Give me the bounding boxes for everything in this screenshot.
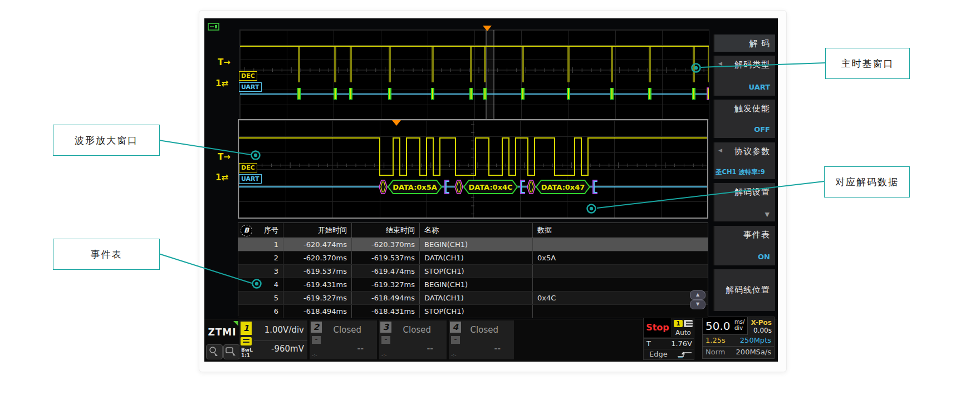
value-placeholder: -- [427,344,433,353]
coupling-placeholder: - [381,336,390,344]
timebase-row2: 1.25s 250Mpts [703,334,774,347]
menu-item-4[interactable]: 解码设置▼ [713,183,775,221]
main-timebase-window[interactable] [239,29,709,120]
touch-icon [207,345,221,358]
table-header: 序号开始时间结束时间名称数据 [238,223,708,238]
table-cell: -618.494ms [352,292,420,304]
menu-item-2[interactable]: 触发使能OFF [713,100,775,138]
channel-status: Closed [471,325,498,335]
table-cell: 0x4C [533,292,708,304]
time-placeholder: -:- [312,353,317,358]
table-cell: -620.474ms [283,238,352,251]
table-cell: -618.431ms [352,305,420,318]
table-cell [533,278,708,291]
bus-table-icon: B [241,225,252,236]
svg-text:DATA:0x5A: DATA:0x5A [393,183,437,191]
channel-number-badge: 4 [450,322,461,333]
channel-status: Closed [334,325,361,335]
trigger-source-badge: 1 [674,320,683,327]
menu-item-value: UART [748,83,770,91]
menu-item-label: 协议参数 [734,146,770,157]
table-cell: BEGIN(CH1) [420,278,533,291]
column-header-2[interactable]: 结束时间 [352,223,420,238]
column-header-1[interactable]: 开始时间 [283,223,352,238]
table-cell: -619.474ms [352,265,420,278]
arrow-right-icon: → [223,57,231,67]
dc-coupling-icon [684,320,693,327]
zoom-trigger-level-marker[interactable]: T→ [218,152,231,162]
timebase-scale-box: 50.0 ms/div [703,317,748,335]
table-row[interactable]: 2-620.370ms-619.537msDATA(CH1)0x5A [238,251,708,265]
table-cell: DATA(CH1) [420,292,533,304]
menu-item-6[interactable]: 解码线位置 [713,269,775,311]
table-cell: -619.537ms [283,265,352,278]
channel-block-2[interactable]: 2Closed----:- [310,320,377,359]
zoom-window[interactable]: DATA:0x5ADATA:0x4CDATA:0x47 [238,119,708,219]
callout-main-timebase: 主时基窗口 [825,48,910,79]
trigger-level-marker[interactable]: T→ [218,57,231,67]
column-header-4[interactable]: 数据 [533,223,708,238]
zoom-channel1-marker[interactable]: 1⇄ [215,172,228,182]
table-cell: 4 [238,278,283,291]
uart-badge: UART [239,82,262,92]
sample-rate: 200MSa/s [736,346,771,358]
callout-zoom-window: 波形放大窗口 [53,125,160,156]
trigger-level-value: 1.76V [671,339,692,349]
table-row[interactable]: 3-619.537ms-619.474msSTOP(CH1) [238,265,708,278]
table-row[interactable]: 4-619.431ms-619.327msBEGIN(CH1) [238,278,708,292]
touch-mode-button[interactable] [206,344,223,359]
menu-item-label: 事件表 [743,230,770,240]
channel-block-4[interactable]: 4Closed----:- [449,320,514,359]
rising-edge-icon [676,350,693,358]
menu-item-3[interactable]: 协议参数圣CH1 波特率:9◀ [713,142,775,179]
menu-item-label: 解码设置 [734,187,770,198]
page: T→ 1⇄ DEC UART DATA:0x5ADATA:0x4CDATA:0x… [0,0,980,395]
trigger-t-label: T [646,339,651,349]
table-cell: BEGIN(CH1) [420,238,533,251]
channel-status: Closed [403,325,431,335]
memory-depth: 250Mpts [740,334,771,346]
main-window-waveform [240,30,709,119]
volts-per-div: 1.00V/div [264,325,304,335]
trigger-panel[interactable]: Stop 1 Auto T 1.76V Edge [643,318,694,360]
table-scroll-up-button[interactable]: ▲ [690,290,705,300]
event-table[interactable]: B 序号开始时间结束时间名称数据1-620.474ms-620.370msBEG… [238,223,708,316]
table-cell: 0x5A [533,251,708,264]
channel-number-badge: 3 [380,322,391,333]
table-row[interactable]: 5-619.327ms-618.494msDATA(CH1)0x4C [238,292,708,305]
zoom-dec-badge: DEC [239,163,257,172]
menu-item-5[interactable]: 事件表ON [713,226,775,265]
scope-logo-icon [207,22,220,33]
table-cell [533,265,708,278]
channel-block-1[interactable]: 1BwL1:11.00V/div-960mV [239,320,307,359]
table-cell [533,305,708,318]
trigger-level-row: T 1.76V [644,338,694,349]
zoom-uart-badge: UART [239,174,262,184]
menu-item-1[interactable]: 解码类型UART◀ [713,56,775,96]
table-cell: -619.327ms [352,278,420,291]
table-cell: -618.494ms [283,305,352,318]
table-cell: -619.537ms [352,251,420,264]
acquire-mode: Norm [705,346,725,358]
channel-block-3[interactable]: 3Closed----:- [379,320,447,359]
zoom-trigger-position-marker[interactable] [392,120,401,126]
cursor-mode-button[interactable] [223,344,240,359]
table-cell: -620.370ms [283,251,352,264]
table-row[interactable]: 6-618.494ms-618.431msSTOP(CH1) [238,305,708,318]
trigger-mode: Auto [673,329,694,337]
trigger-type: Edge [649,349,668,359]
arrow-right-icon: → [223,152,231,162]
trigger-position-marker[interactable] [483,26,492,31]
logo-wedge-icon [233,321,238,326]
coupling-icon [241,337,252,345]
menu-title: 解 码 [713,34,775,52]
chevron-down-icon: ▼ [765,211,770,218]
table-row[interactable]: 1-620.474ms-620.370msBEGIN(CH1) [238,238,708,251]
coupling-placeholder: - [312,336,321,344]
timebase-panel[interactable]: 50.0 ms/div X-Pos 0.00s 1.25s 250Mpts No… [702,317,775,359]
window-span: 1.25s [705,334,726,346]
trigger-type-row: Edge [644,349,694,359]
column-header-3[interactable]: 名称 [420,223,533,238]
table-scroll-down-button[interactable]: ▼ [690,300,705,309]
channel1-marker[interactable]: 1⇄ [215,78,228,88]
